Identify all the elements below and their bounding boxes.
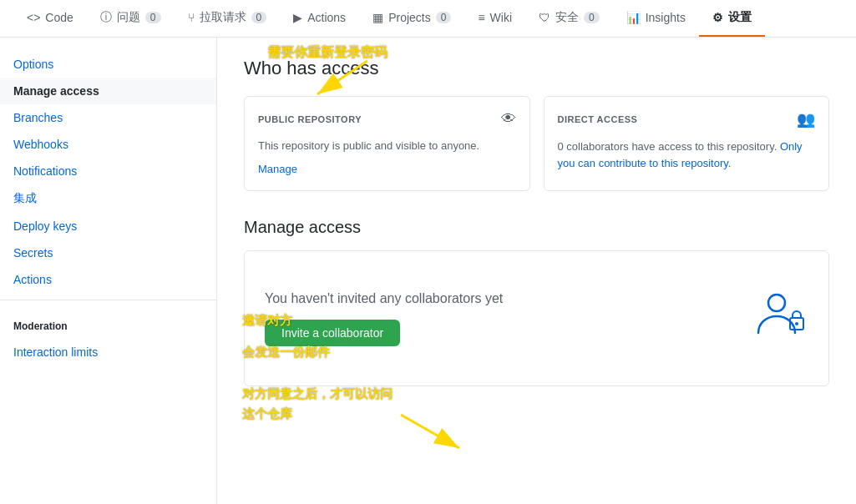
top-navigation: <> Code ⓘ 问题 0 ⑂ 拉取请求 0 ▶ Actions ▦ Proj…: [0, 0, 856, 38]
settings-icon: ⚙: [712, 11, 723, 24]
code-icon: <>: [27, 11, 40, 24]
issues-icon: ⓘ: [100, 10, 112, 25]
sidebar-item-integrations[interactable]: 集成: [0, 184, 216, 213]
sidebar-item-webhooks[interactable]: Webhooks: [0, 131, 216, 158]
empty-state-text: You haven't invited any collaborators ye…: [265, 291, 730, 346]
sidebar: Options Manage access Branches Webhooks …: [0, 38, 217, 504]
who-has-access-title: Who has access: [244, 58, 829, 79]
actions-icon: ▶: [293, 11, 302, 24]
sidebar-item-deploy-keys[interactable]: Deploy keys: [0, 213, 216, 239]
eye-icon: 👁: [501, 110, 516, 128]
sidebar-item-branches[interactable]: Branches: [0, 104, 216, 131]
sidebar-moderation-section: Moderation Interaction limits: [0, 314, 216, 365]
sidebar-moderation-header: Moderation: [0, 314, 216, 339]
sidebar-main-section: Options Manage access Branches Webhooks …: [0, 51, 216, 293]
invite-collaborator-button[interactable]: Invite a collaborator: [265, 320, 400, 346]
direct-card-header: DIRECT ACCESS 👥: [558, 110, 816, 129]
svg-line-2: [401, 415, 459, 448]
sidebar-item-secrets[interactable]: Secrets: [0, 239, 216, 266]
nav-pulls[interactable]: ⑂ 拉取请求 0: [175, 0, 281, 37]
empty-state-message: You haven't invited any collaborators ye…: [265, 291, 730, 306]
nav-settings[interactable]: ⚙ 设置: [699, 0, 765, 37]
security-icon: 🛡: [539, 11, 550, 24]
public-card-body: This repository is public and visible to…: [258, 138, 516, 177]
projects-badge: 0: [436, 12, 452, 23]
manage-access-title: Manage access: [244, 218, 829, 237]
wiki-icon: ≡: [478, 11, 484, 24]
empty-state: You haven't invited any collaborators ye…: [244, 250, 829, 386]
sidebar-item-options[interactable]: Options: [0, 51, 216, 78]
annotation-agree2: 这个仓库: [242, 406, 292, 422]
pulls-icon: ⑂: [188, 11, 195, 24]
direct-card-label: DIRECT ACCESS: [558, 114, 638, 124]
insights-icon: 📊: [626, 11, 641, 24]
nav-wiki[interactable]: ≡ Wiki: [464, 0, 525, 37]
nav-actions[interactable]: ▶ Actions: [280, 0, 359, 37]
sidebar-item-manage-access[interactable]: Manage access: [0, 78, 216, 104]
nav-issues[interactable]: ⓘ 问题 0: [87, 0, 175, 37]
annotation-agree1: 对方同意之后，才可以访问: [242, 386, 393, 402]
svg-point-3: [768, 295, 785, 311]
nav-security[interactable]: 🛡 安全 0: [525, 0, 613, 37]
direct-card-body: 0 collaborators have access to this repo…: [558, 139, 816, 171]
sidebar-item-notifications[interactable]: Notifications: [0, 158, 216, 184]
security-badge: 0: [584, 12, 600, 23]
issues-badge: 0: [145, 12, 161, 23]
public-card-label: PUBLIC REPOSITORY: [258, 114, 362, 124]
nav-projects[interactable]: ▦ Projects 0: [359, 0, 464, 37]
svg-point-5: [795, 322, 798, 325]
collaborators-icon: 👥: [797, 110, 815, 129]
nav-insights[interactable]: 📊 Insights: [613, 0, 699, 37]
public-repo-card: PUBLIC REPOSITORY 👁 This repository is p…: [244, 96, 530, 191]
main-content: 需要你重新登录密码 邀请对方 会发送一份邮件 对方同意之后，才可以访问 这个仓库…: [217, 38, 856, 504]
collaborator-invite-icon: [750, 285, 808, 352]
nav-code[interactable]: <> Code: [13, 0, 87, 37]
sidebar-item-actions[interactable]: Actions: [0, 266, 216, 293]
access-cards: PUBLIC REPOSITORY 👁 This repository is p…: [244, 96, 829, 191]
pulls-badge: 0: [251, 12, 267, 23]
sidebar-divider: [0, 300, 216, 300]
projects-icon: ▦: [372, 11, 383, 24]
sidebar-item-interaction-limits[interactable]: Interaction limits: [0, 339, 216, 365]
content-wrapper: Options Manage access Branches Webhooks …: [0, 38, 856, 504]
direct-access-card: DIRECT ACCESS 👥 0 collaborators have acc…: [544, 96, 830, 191]
public-card-header: PUBLIC REPOSITORY 👁: [258, 110, 516, 128]
manage-link[interactable]: Manage: [258, 161, 516, 178]
